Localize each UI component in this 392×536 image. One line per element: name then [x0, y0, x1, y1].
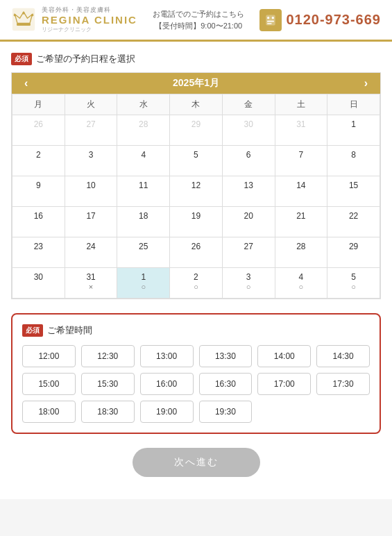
day-status: ×	[68, 283, 114, 291]
day-number: 22	[330, 211, 377, 221]
time-button[interactable]: 14:00	[257, 345, 311, 367]
calendar-day: 16	[12, 207, 65, 237]
logo-area: 美容外科・美容皮膚科 REGINA CLINIC リジーナクリニック	[11, 6, 137, 33]
header: 美容外科・美容皮膚科 REGINA CLINIC リジーナクリニック お電話での…	[0, 0, 392, 42]
time-button[interactable]: 16:30	[199, 373, 253, 395]
time-required-badge: 必須	[22, 324, 43, 337]
calendar-day: 28	[275, 237, 327, 268]
time-section-title: 必須 ご希望時間	[22, 324, 370, 337]
day-number: 3	[225, 272, 272, 282]
weekday-header: 日	[327, 94, 380, 115]
time-button[interactable]: 13:30	[199, 345, 253, 367]
time-button[interactable]: 17:00	[257, 373, 311, 395]
time-section: 必須 ご希望時間 12:0012:3013:0013:3014:0014:301…	[11, 313, 381, 434]
day-number: 29	[330, 242, 377, 251]
svg-point-4	[14, 14, 17, 17]
calendar-day: 18	[117, 207, 170, 237]
calendar-day: 6	[222, 146, 275, 176]
time-button[interactable]: 19:00	[140, 401, 194, 423]
calendar-day: 5	[170, 146, 223, 176]
day-number: 31	[278, 119, 325, 129]
calendar-day: 27	[222, 237, 275, 268]
day-number: 3	[68, 150, 114, 160]
calendar-next-button[interactable]: ›	[359, 77, 373, 90]
day-number: 18	[120, 211, 167, 221]
svg-point-3	[22, 12, 25, 15]
calendar-week-row: 16171819202122	[12, 207, 380, 237]
logo-subtitle: 美容外科・美容皮膚科	[42, 6, 137, 14]
calendar-day[interactable]: 31×	[65, 268, 117, 299]
calendar-week-row: 2627282930311	[12, 115, 380, 146]
calendar-week-row: 2345678	[12, 146, 380, 176]
day-number: 7	[278, 150, 325, 160]
day-number: 28	[278, 242, 325, 251]
calendar-title-text: ご希望の予約日程を選択	[36, 53, 135, 65]
calendar-day[interactable]: 4○	[275, 268, 327, 299]
next-button[interactable]: 次へ進む	[133, 448, 260, 477]
calendar-day[interactable]: 2○	[170, 268, 223, 299]
calendar-day: 11	[117, 176, 170, 207]
time-button[interactable]: 19:30	[199, 401, 253, 423]
time-button[interactable]: 13:00	[140, 345, 194, 367]
day-number: 11	[120, 181, 167, 190]
calendar-day[interactable]: 3○	[222, 268, 275, 299]
calendar-day: 8	[327, 146, 380, 176]
calendar-day: 26	[170, 237, 223, 268]
calendar-day: 14	[275, 176, 327, 207]
calendar-day: 1	[327, 115, 380, 146]
calendar-day: 12	[170, 176, 223, 207]
day-number: 9	[15, 181, 62, 190]
day-number: 2	[173, 272, 219, 282]
calendar-day: 23	[12, 237, 65, 268]
time-grid: 12:0012:3013:0013:3014:0014:3015:0015:30…	[22, 345, 370, 423]
day-number: 31	[68, 272, 114, 282]
calendar-day[interactable]: 1○	[117, 268, 170, 299]
day-number: 20	[225, 211, 272, 221]
calendar-day: 29	[170, 115, 223, 146]
calendar-week-row: 3031×1○2○3○4○5○	[12, 268, 380, 299]
day-number: 13	[225, 181, 272, 190]
time-button[interactable]: 12:00	[22, 345, 76, 367]
day-number: 27	[68, 119, 114, 129]
svg-rect-10	[267, 23, 272, 24]
day-number: 2	[15, 150, 62, 160]
day-number: 16	[15, 211, 62, 221]
calendar-day[interactable]: 5○	[327, 268, 380, 299]
day-number: 8	[330, 150, 377, 160]
svg-rect-9	[267, 20, 274, 22]
time-button[interactable]: 15:00	[22, 373, 76, 395]
main-content: 必須 ご希望の予約日程を選択 ‹ 2025年1月 › 月火水木金土日 26272…	[0, 42, 392, 499]
day-number: 19	[173, 211, 219, 221]
time-button[interactable]: 14:30	[316, 345, 370, 367]
calendar-day: 10	[65, 176, 117, 207]
time-button[interactable]: 18:00	[22, 401, 76, 423]
logo-tagline: リジーナクリニック	[42, 26, 137, 33]
calendar-week-row: 9101112131415	[12, 176, 380, 207]
day-status: ○	[225, 283, 272, 291]
calendar-day: 29	[327, 237, 380, 268]
time-button[interactable]: 16:00	[140, 373, 194, 395]
crown-icon	[11, 7, 36, 32]
calendar-day: 9	[12, 176, 65, 207]
phone-number[interactable]: 0120-973-669	[286, 12, 381, 28]
time-button[interactable]: 15:30	[81, 373, 135, 395]
calendar-day: 27	[65, 115, 117, 146]
day-number: 25	[120, 242, 167, 251]
time-button[interactable]: 17:30	[316, 373, 370, 395]
calendar-day: 24	[65, 237, 117, 268]
day-number: 5	[173, 150, 219, 160]
header-phone: 0120-973-669	[259, 9, 381, 31]
calendar-day: 30	[222, 115, 275, 146]
calendar-day: 28	[117, 115, 170, 146]
day-status: ○	[173, 283, 219, 291]
calendar-day: 26	[12, 115, 65, 146]
calendar-day: 25	[117, 237, 170, 268]
time-button[interactable]: 12:30	[81, 345, 135, 367]
calendar-required-badge: 必須	[11, 53, 32, 65]
calendar-prev-button[interactable]: ‹	[19, 77, 33, 90]
day-number: 15	[330, 181, 377, 190]
calendar-header: ‹ 2025年1月 ›	[12, 73, 380, 94]
day-number: 26	[173, 242, 219, 251]
day-number: 28	[120, 119, 167, 129]
time-button[interactable]: 18:30	[81, 401, 135, 423]
